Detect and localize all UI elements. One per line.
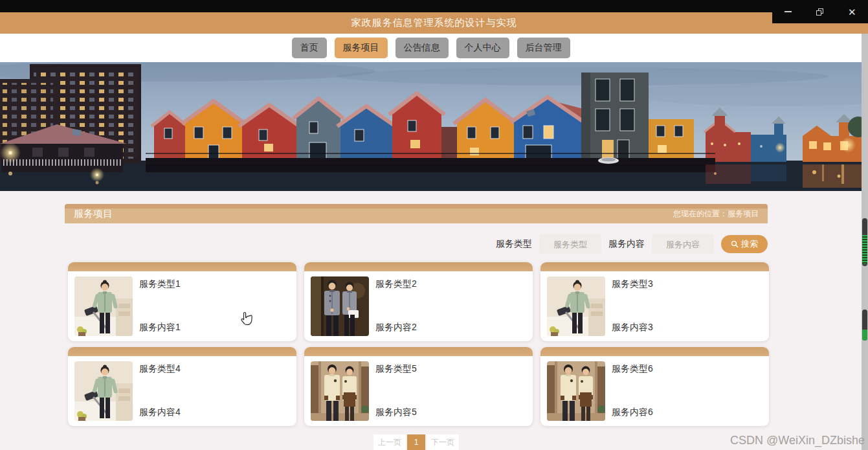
section-header: 服务项目 您现在的位置：服务项目	[65, 204, 768, 223]
card-topbar	[540, 347, 769, 356]
prev-page-button[interactable]: 上一页	[373, 434, 406, 450]
watermark: CSDN @WeiXin_DZbishe	[730, 434, 865, 447]
card-content: 服务内容1	[139, 322, 181, 333]
filter-row: 服务类型 服务内容 搜索	[65, 234, 768, 254]
main-nav: 首页 服务项目 公告信息 个人中心 后台管理	[0, 34, 862, 62]
current-page-button[interactable]: 1	[407, 434, 425, 450]
search-button-label: 搜索	[741, 238, 758, 250]
card-topbar	[68, 347, 296, 356]
card-title: 服务类型1	[139, 278, 181, 290]
card-topbar	[304, 347, 533, 356]
search-button[interactable]: 搜索	[721, 235, 768, 253]
close-icon: ✕	[848, 7, 856, 17]
service-card-3[interactable]: 服务类型3 服务内容3	[540, 262, 769, 341]
tab-announcements[interactable]: 公告信息	[395, 38, 449, 58]
app-window: ✕ 家政服务信息管理系统的设计与实现 首页 服务项目 公告信息 个人中心 后台管…	[0, 0, 868, 450]
tab-admin[interactable]: 后台管理	[517, 38, 570, 58]
card-topbar	[68, 262, 296, 271]
next-page-button[interactable]: 下一页	[427, 434, 459, 450]
service-card-2[interactable]: 服务类型2 服务内容2	[304, 262, 533, 341]
scrollbar-thumb-small[interactable]	[862, 309, 867, 341]
tab-home[interactable]: 首页	[292, 38, 327, 58]
tab-services[interactable]: 服务项目	[335, 38, 388, 58]
minimize-icon	[785, 11, 792, 12]
service-type-label: 服务类型	[496, 238, 532, 250]
service-thumbnail-cream-couple	[547, 361, 605, 421]
service-card-4[interactable]: 服务类型4 服务内容4	[68, 347, 296, 426]
pagination: 上一页 1 下一页	[65, 434, 768, 450]
card-content: 服务内容5	[375, 407, 417, 418]
magnifier-icon	[731, 240, 739, 248]
service-thumbnail-cream-couple	[311, 361, 369, 421]
service-thumbnail-housekeeper	[74, 361, 133, 421]
window-controls: ✕	[772, 0, 868, 23]
tab-profile[interactable]: 个人中心	[456, 38, 509, 58]
service-content-input[interactable]	[652, 234, 714, 254]
restore-button[interactable]	[809, 3, 831, 20]
minimize-button[interactable]	[777, 3, 799, 20]
breadcrumb: 您现在的位置：服务项目	[673, 208, 759, 219]
scrollbar-green-end	[862, 330, 867, 341]
card-content: 服务内容6	[612, 407, 653, 418]
service-type-input[interactable]	[539, 234, 601, 254]
page-title: 家政服务信息管理系统的设计与实现	[351, 17, 517, 29]
app-header: 家政服务信息管理系统的设计与实现	[0, 12, 868, 34]
window-titlebar	[0, 0, 868, 12]
card-content: 服务内容3	[612, 322, 653, 333]
restore-icon	[816, 8, 823, 16]
service-card-6[interactable]: 服务类型6 服务内容6	[540, 347, 769, 426]
section-title: 服务项目	[74, 208, 113, 220]
service-content-label: 服务内容	[608, 238, 645, 250]
card-title: 服务类型5	[375, 363, 417, 375]
service-thumbnail-housekeeper	[547, 276, 605, 336]
scrollbar-track[interactable]	[862, 34, 868, 450]
card-content: 服务内容4	[139, 407, 181, 418]
service-thumbnail-gray-couple	[311, 276, 369, 336]
scrollbar-green-stripes	[862, 235, 867, 264]
service-card-1[interactable]: 服务类型1 服务内容1	[68, 262, 296, 341]
card-topbar	[304, 262, 533, 271]
service-thumbnail-housekeeper	[74, 276, 133, 336]
service-cards-grid: 服务类型1 服务内容1 服务类型2 服务内容2 服务类型3 服务内容	[68, 262, 769, 426]
card-title: 服务类型3	[612, 278, 653, 290]
banner-image	[0, 62, 862, 191]
scrollbar-thumb-striped[interactable]	[862, 218, 867, 266]
banner	[0, 62, 862, 191]
card-content: 服务内容2	[375, 322, 417, 333]
card-title: 服务类型4	[139, 363, 181, 375]
card-topbar	[540, 262, 769, 271]
close-button[interactable]: ✕	[841, 3, 863, 20]
card-title: 服务类型2	[375, 278, 417, 290]
card-title: 服务类型6	[612, 363, 653, 375]
service-card-5[interactable]: 服务类型5 服务内容5	[304, 347, 533, 426]
